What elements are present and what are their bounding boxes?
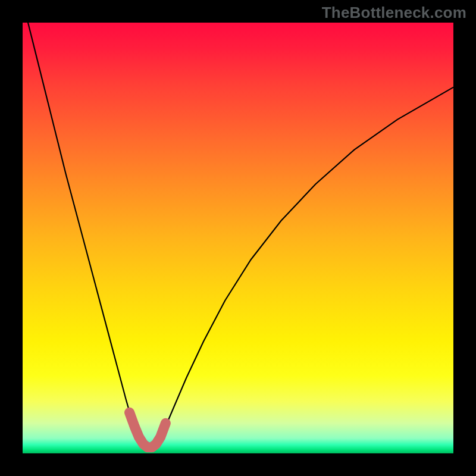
plot-area bbox=[23, 23, 453, 453]
bottleneck-curve bbox=[23, 1, 453, 449]
watermark-text: TheBottleneck.com bbox=[322, 4, 466, 22]
chart-frame: TheBottleneck.com bbox=[0, 0, 476, 476]
curve-svg bbox=[23, 23, 453, 453]
bottleneck-highlight bbox=[130, 412, 166, 447]
